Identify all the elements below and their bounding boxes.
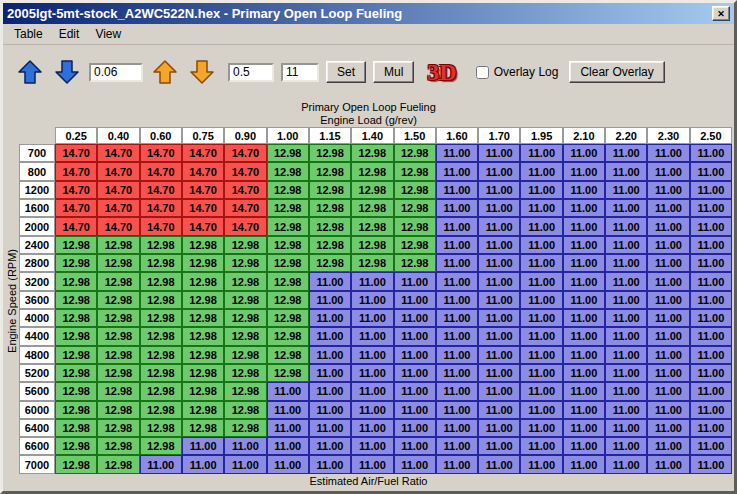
table-cell[interactable]: 11.00 — [267, 455, 309, 474]
table-cell[interactable]: 14.70 — [140, 162, 182, 180]
table-cell[interactable]: 11.00 — [478, 455, 520, 474]
table-cell[interactable]: 11.00 — [478, 382, 520, 400]
table-cell[interactable]: 11.00 — [605, 419, 647, 437]
table-cell[interactable]: 12.98 — [394, 254, 436, 272]
increment-up-button[interactable] — [15, 58, 45, 86]
row-header[interactable]: 6600 — [19, 437, 55, 455]
table-cell[interactable]: 11.00 — [520, 254, 562, 272]
set-button[interactable]: Set — [326, 61, 366, 83]
row-header[interactable]: 5600 — [19, 382, 55, 400]
table-cell[interactable]: 11.00 — [690, 181, 732, 199]
table-cell[interactable]: 11.00 — [267, 382, 309, 400]
table-cell[interactable]: 11.00 — [520, 327, 562, 345]
row-header[interactable]: 3200 — [19, 272, 55, 290]
table-cell[interactable]: 14.70 — [224, 199, 266, 217]
table-cell[interactable]: 11.00 — [478, 309, 520, 327]
table-cell[interactable]: 11.00 — [690, 309, 732, 327]
table-cell[interactable]: 12.98 — [351, 199, 393, 217]
table-cell[interactable]: 12.98 — [55, 382, 97, 400]
table-cell[interactable]: 12.98 — [309, 199, 351, 217]
table-cell[interactable]: 12.98 — [182, 309, 224, 327]
close-button[interactable]: ✕ — [712, 6, 730, 21]
clear-overlay-button[interactable]: Clear Overlay — [569, 61, 664, 83]
table-cell[interactable]: 11.00 — [563, 291, 605, 309]
table-cell[interactable]: 11.00 — [690, 455, 732, 474]
table-cell[interactable]: 11.00 — [605, 181, 647, 199]
column-header[interactable]: 1.50 — [394, 127, 436, 144]
table-cell[interactable]: 11.00 — [394, 401, 436, 419]
table-cell[interactable]: 11.00 — [520, 144, 562, 162]
table-cell[interactable]: 12.98 — [182, 272, 224, 290]
table-cell[interactable]: 12.98 — [182, 291, 224, 309]
table-cell[interactable]: 14.70 — [55, 144, 97, 162]
table-cell[interactable]: 12.98 — [97, 327, 139, 345]
table-cell[interactable]: 11.00 — [436, 254, 478, 272]
table-cell[interactable]: 12.98 — [394, 236, 436, 254]
table-cell[interactable]: 11.00 — [351, 272, 393, 290]
coarse-decrement-down-button[interactable] — [187, 58, 217, 86]
table-cell[interactable]: 12.98 — [394, 199, 436, 217]
table-cell[interactable]: 11.00 — [563, 364, 605, 382]
table-cell[interactable]: 11.00 — [436, 181, 478, 199]
table-cell[interactable]: 11.00 — [436, 272, 478, 290]
table-cell[interactable]: 11.00 — [224, 437, 266, 455]
table-cell[interactable]: 12.98 — [309, 254, 351, 272]
table-cell[interactable]: 12.98 — [224, 401, 266, 419]
table-cell[interactable]: 12.98 — [97, 236, 139, 254]
table-cell[interactable]: 12.98 — [97, 455, 139, 474]
table-cell[interactable]: 11.00 — [605, 236, 647, 254]
table-cell[interactable]: 11.00 — [267, 401, 309, 419]
table-cell[interactable]: 11.00 — [436, 291, 478, 309]
table-cell[interactable]: 11.00 — [394, 455, 436, 474]
table-cell[interactable]: 11.00 — [224, 455, 266, 474]
table-cell[interactable]: 11.00 — [436, 144, 478, 162]
menu-item-edit[interactable]: Edit — [52, 25, 87, 43]
table-cell[interactable]: 12.98 — [267, 162, 309, 180]
table-cell[interactable]: 12.98 — [97, 309, 139, 327]
table-cell[interactable]: 12.98 — [97, 437, 139, 455]
column-header[interactable]: 0.90 — [224, 127, 266, 144]
table-cell[interactable]: 11.00 — [394, 309, 436, 327]
table-cell[interactable]: 11.00 — [563, 327, 605, 345]
table-cell[interactable]: 11.00 — [520, 199, 562, 217]
table-cell[interactable]: 11.00 — [563, 217, 605, 235]
table-cell[interactable]: 11.00 — [478, 401, 520, 419]
table-cell[interactable]: 12.98 — [351, 254, 393, 272]
table-cell[interactable]: 11.00 — [605, 327, 647, 345]
table-cell[interactable]: 14.70 — [97, 181, 139, 199]
table-cell[interactable]: 11.00 — [563, 162, 605, 180]
table-cell[interactable]: 11.00 — [605, 291, 647, 309]
table-cell[interactable]: 11.00 — [309, 309, 351, 327]
table-cell[interactable]: 11.00 — [520, 236, 562, 254]
table-cell[interactable]: 11.00 — [563, 181, 605, 199]
table-cell[interactable]: 11.00 — [394, 437, 436, 455]
table-cell[interactable]: 11.00 — [520, 437, 562, 455]
table-cell[interactable]: 12.98 — [309, 162, 351, 180]
table-cell[interactable]: 11.00 — [520, 181, 562, 199]
table-cell[interactable]: 12.98 — [224, 309, 266, 327]
table-cell[interactable]: 11.00 — [394, 382, 436, 400]
table-cell[interactable]: 11.00 — [520, 382, 562, 400]
table-cell[interactable]: 12.98 — [55, 455, 97, 474]
table-cell[interactable]: 14.70 — [224, 162, 266, 180]
table-cell[interactable]: 12.98 — [394, 144, 436, 162]
row-header[interactable]: 1200 — [19, 181, 55, 199]
table-cell[interactable]: 11.00 — [351, 455, 393, 474]
table-cell[interactable]: 11.00 — [394, 364, 436, 382]
table-cell[interactable]: 11.00 — [309, 327, 351, 345]
table-cell[interactable]: 12.98 — [97, 419, 139, 437]
table-cell[interactable]: 12.98 — [55, 364, 97, 382]
table-cell[interactable]: 11.00 — [647, 181, 689, 199]
table-cell[interactable]: 11.00 — [690, 437, 732, 455]
table-cell[interactable]: 12.98 — [182, 236, 224, 254]
table-cell[interactable]: 11.00 — [563, 455, 605, 474]
table-cell[interactable]: 11.00 — [520, 401, 562, 419]
table-cell[interactable]: 11.00 — [563, 254, 605, 272]
table-cell[interactable]: 14.70 — [55, 217, 97, 235]
table-cell[interactable]: 12.98 — [309, 217, 351, 235]
row-header[interactable]: 2800 — [19, 254, 55, 272]
table-cell[interactable]: 11.00 — [605, 144, 647, 162]
table-cell[interactable]: 12.98 — [55, 309, 97, 327]
table-cell[interactable]: 12.98 — [224, 236, 266, 254]
column-header[interactable]: 0.25 — [55, 127, 97, 144]
